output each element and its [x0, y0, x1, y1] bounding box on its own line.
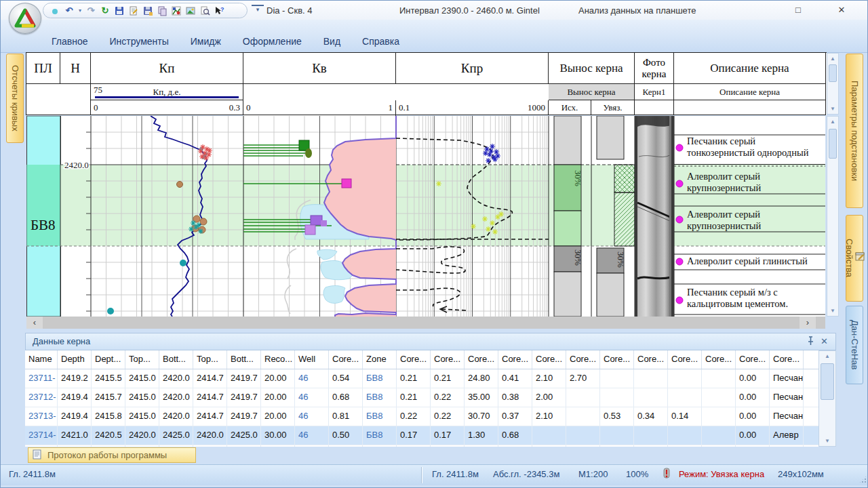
core-column-header[interactable]: Core...	[329, 350, 363, 369]
core-description-3[interactable]: Алевролит серый крупнозернистый	[687, 209, 828, 232]
tab-protocol[interactable]: Протокол работы программы	[28, 447, 196, 463]
core-column-header[interactable]: Core...	[634, 350, 668, 369]
core-description-1[interactable]: Песчаник серый тонкозернистый однородный	[687, 136, 828, 159]
core-column-header[interactable]: Bott...	[227, 350, 261, 369]
menu-vid[interactable]: Вид	[323, 36, 340, 47]
app-logo[interactable]	[9, 3, 41, 34]
core-column-header[interactable]: Top...	[125, 350, 159, 369]
table-header-row[interactable]: NameDepthDept...Top...Bott...Top...Bott.…	[25, 350, 818, 369]
desc-scale-blank	[674, 100, 826, 115]
header-n[interactable]: Н	[60, 53, 91, 84]
table-cell: 2419.7	[227, 369, 261, 388]
core-column-header[interactable]: Dept...	[92, 350, 125, 369]
recovery-source-col[interactable]: Исх.	[549, 100, 591, 115]
table-cell: 23713-	[25, 407, 58, 426]
plot-vertical-scrollbar[interactable]: ▲▼	[827, 116, 839, 317]
header-core-photo[interactable]: Фото керна	[635, 53, 674, 84]
header-core-recovery[interactable]: Вынос керна	[549, 53, 635, 84]
save-icon[interactable]	[113, 5, 125, 16]
save-as-icon[interactable]	[142, 5, 154, 16]
table-cell: 2.10	[532, 407, 566, 426]
header-kpr[interactable]: Кпр	[396, 53, 549, 84]
chart-icon[interactable]	[170, 5, 182, 16]
header-pl[interactable]: ПЛ	[26, 53, 60, 84]
table-row[interactable]: 23711-2419.22415.52415.02420.02414.72419…	[25, 369, 818, 388]
core-column-header[interactable]: Core...	[498, 350, 532, 369]
header-scrollbar[interactable]: ▲▼	[827, 53, 839, 115]
header-core-description[interactable]: Описание керна	[674, 53, 826, 84]
pin-icon[interactable]	[806, 336, 815, 352]
core-column-header[interactable]: Zone	[363, 350, 397, 369]
core-photo[interactable]	[635, 116, 674, 317]
core-column-header[interactable]: Core...	[770, 350, 804, 369]
refresh-icon[interactable]: ↻	[99, 5, 111, 16]
core-description-2[interactable]: Алевролит серый крупнозернистый	[687, 171, 828, 194]
marker-dot-icon[interactable]	[49, 5, 61, 16]
kv-scale: 01	[243, 100, 396, 115]
core-description-5[interactable]: Песчаник серый м/з с кальцитовым цементо…	[687, 287, 828, 310]
core-column-header[interactable]: Core...	[431, 350, 465, 369]
core-column-header[interactable]: Core...	[702, 350, 736, 369]
recovery-sub-header[interactable]: Вынос керна	[549, 84, 635, 100]
table-row[interactable]: 23712-2419.42415.72415.02420.02414.72419…	[25, 388, 818, 407]
core-column-header[interactable]: Bott...	[159, 350, 193, 369]
plot-horizontal-scrollbar[interactable]: ‹ ›	[26, 317, 825, 329]
core-description-4[interactable]: Алевролит серый глинистый	[687, 256, 828, 267]
header-kv[interactable]: Кв	[243, 53, 396, 84]
header-kp[interactable]: Кп	[91, 53, 243, 84]
core-column-header[interactable]: Core...	[600, 350, 634, 369]
table-row[interactable]: 23714-2421.02420.52420.02425.02420.02425…	[25, 426, 818, 445]
table-cell: 0.21	[397, 388, 431, 407]
alert-icon[interactable]	[663, 468, 671, 483]
table-cell: 23712-	[25, 388, 58, 407]
resize-grip[interactable]	[859, 475, 867, 484]
table-cell	[634, 369, 668, 388]
undo-icon[interactable]: ↶	[63, 5, 75, 16]
redo-icon[interactable]: ↷	[85, 5, 97, 16]
image-icon[interactable]	[184, 5, 197, 16]
core-column-header[interactable]: Reco...	[261, 350, 295, 369]
edit-report-icon[interactable]	[127, 5, 140, 16]
core-column-header[interactable]: Core...	[566, 350, 600, 369]
maximize-button[interactable]: □	[789, 3, 808, 17]
track-header-table: ПЛ Н Кп Кв Кпр Вынос керна Фото керна Оп…	[26, 52, 827, 115]
core-column-header[interactable]: Top...	[193, 350, 227, 369]
core-column-header[interactable]: Name	[25, 350, 58, 369]
table-cell: БВ8	[363, 369, 397, 388]
table-cell: 0.34	[634, 407, 668, 426]
table-scrollbar[interactable]: ▲▼	[818, 350, 836, 447]
core-column-header[interactable]: Well	[295, 350, 329, 369]
core-column-header[interactable]: Core...	[736, 350, 770, 369]
menu-imidzh[interactable]: Имидж	[191, 36, 221, 47]
scroll-right-icon[interactable]: ›	[800, 317, 816, 329]
core-column-header[interactable]: Core...	[668, 350, 702, 369]
toolbar-customize-icon[interactable]: ▾	[252, 5, 264, 13]
tab-properties[interactable]: Свойства	[846, 215, 863, 302]
print-preview-icon[interactable]	[199, 5, 211, 16]
core-column-header[interactable]: Depth	[58, 350, 92, 369]
recovery-tied-col[interactable]: Увяз.	[591, 100, 635, 115]
core-column-header[interactable]: Core...	[465, 350, 498, 369]
menu-spravka[interactable]: Справка	[362, 36, 399, 47]
help-pointer-icon[interactable]: ?	[213, 5, 225, 16]
table-row[interactable]: 23716-2422.82421.92420.02425.02420.02425…	[25, 445, 818, 447]
table-row[interactable]: 23713-2419.42415.82415.02420.02414.72419…	[25, 407, 818, 426]
close-button[interactable]: ✕	[832, 3, 851, 17]
table-cell: 2421.0	[58, 426, 92, 445]
tab-substitution-params[interactable]: Параметры подстановки	[846, 54, 863, 208]
desc-sub-header[interactable]: Описание керна	[674, 84, 826, 100]
tab-curve-readings[interactable]: Отсчеты кривых	[6, 54, 24, 143]
tab-dan-stenav[interactable]: Дан-СтеНав	[846, 306, 863, 384]
undo-dropdown-icon[interactable]: ▾	[77, 5, 83, 16]
scroll-left-icon[interactable]: ‹	[26, 317, 43, 329]
menu-glavnoe[interactable]: Главное	[52, 36, 88, 47]
photo-sub-header[interactable]: Керн1	[635, 84, 674, 100]
kp-curve-header[interactable]: 75 Кп, д.е.	[91, 84, 243, 100]
panel-close-icon[interactable]: ✕	[821, 333, 828, 350]
core-column-header[interactable]: Core...	[532, 350, 566, 369]
copy-icon[interactable]	[156, 5, 168, 16]
core-column-header[interactable]: Core...	[397, 350, 431, 369]
core-data-table[interactable]: NameDepthDept...Top...Bott...Top...Bott.…	[25, 350, 818, 447]
menu-oformlenie[interactable]: Оформление	[243, 36, 302, 47]
menu-instrumenty[interactable]: Инструменты	[110, 36, 169, 47]
